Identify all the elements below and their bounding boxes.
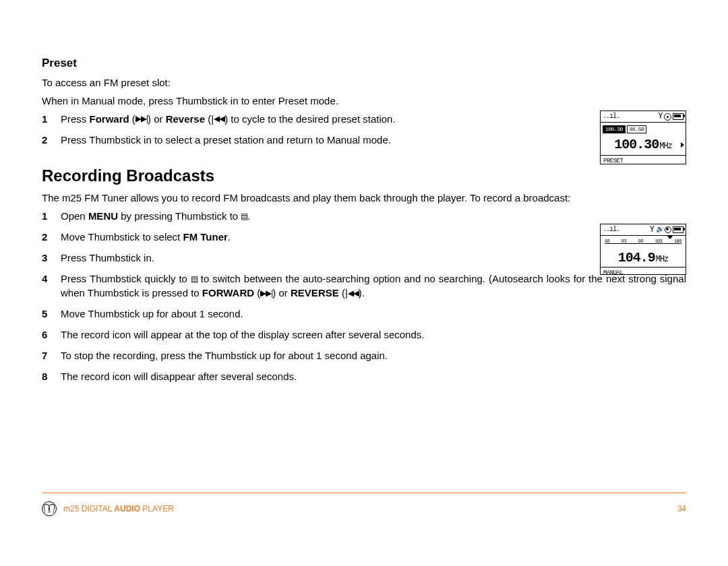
menu-icon: ▤ xyxy=(191,274,198,285)
lcd-frequency: 100.30MHz xyxy=(601,135,686,155)
rec-step-7: 7 To stop the recording, press the Thumb… xyxy=(42,348,686,363)
reverse-icon: ◀◀ xyxy=(348,288,359,299)
battery-icon xyxy=(673,113,684,120)
motorola-logo-icon xyxy=(42,501,57,516)
rec-step-3: 3 Press Thumbstick in. xyxy=(42,251,686,265)
preset-intro-2: When in Manual mode, press Thumbstick in… xyxy=(42,94,554,108)
signal-icon: ..ıl. xyxy=(603,112,619,121)
scale-marker-icon xyxy=(667,236,673,239)
recording-intro: The m25 FM Tuner allows you to record FM… xyxy=(42,191,686,205)
arrow-right-icon xyxy=(681,142,684,148)
antenna-icon: Y xyxy=(658,111,663,123)
preset-steps: 1 Press Forward (▶▶|) or Reverse (|◀◀) t… xyxy=(42,112,686,147)
disc-icon xyxy=(664,113,671,121)
forward-icon: ▶▶| xyxy=(260,288,272,299)
signal-icon: ..ıl. xyxy=(603,225,619,234)
manual-page: Preset To access an FM preset slot: When… xyxy=(0,0,728,566)
rec-step-4: 4 Press Thumbstick quickly to ▤ to switc… xyxy=(42,272,686,300)
record-icon xyxy=(665,226,671,233)
lcd-mode-label: PRESET xyxy=(601,155,686,167)
forward-icon: ▶▶| xyxy=(135,113,148,125)
rec-step-8: 8 The record icon will disappear after s… xyxy=(42,369,686,383)
page-number: 34 xyxy=(677,503,686,515)
rec-step-6: 6 The record icon will appear at the top… xyxy=(42,327,686,342)
recording-heading: Recording Broadcasts xyxy=(42,164,686,187)
preset-tab: 88.50 xyxy=(627,125,647,133)
preset-step-2: 2 Press Thumbstick in to select a preset… xyxy=(42,133,686,147)
rec-step-1: 1 Open MENU by pressing Thumbstick to ▤. xyxy=(42,209,686,223)
footer-divider xyxy=(42,493,686,493)
rec-step-5: 5 Move Thumbstick up for about 1 second. xyxy=(42,307,686,321)
antenna-icon: Y xyxy=(650,224,655,236)
reverse-icon: ◀◀ xyxy=(214,113,224,125)
preset-heading: Preset xyxy=(42,55,686,71)
rec-step-2: 2 Move Thumbstick to select FM Tuner. xyxy=(42,230,686,244)
freq-scale: 88 93 98 103 108 xyxy=(601,236,686,249)
preset-step-1: 1 Press Forward (▶▶|) or Reverse (|◀◀) t… xyxy=(42,112,686,126)
menu-icon: ▤ xyxy=(241,211,247,222)
lcd-manual-screenshot: ..ıl. Y 🔊 88 93 98 103 108 104.9MHz MANU… xyxy=(600,224,686,275)
lcd-preset-screenshot: ..ıl. Y 100.30 88.50 100.30MHz PRESET xyxy=(600,111,686,164)
preset-intro-1: To access an FM preset slot: xyxy=(42,75,554,90)
preset-tab-active: 100.30 xyxy=(603,125,626,133)
page-footer: m25 DIGITAL AUDIO PLAYER 34 xyxy=(42,501,686,516)
speaker-icon: 🔊 xyxy=(656,225,664,234)
lcd-frequency: 104.9MHz xyxy=(601,249,686,267)
battery-icon xyxy=(673,226,684,233)
lcd-mode-label: MANUAL xyxy=(601,267,686,279)
recording-steps: 1 Open MENU by pressing Thumbstick to ▤.… xyxy=(42,209,686,383)
